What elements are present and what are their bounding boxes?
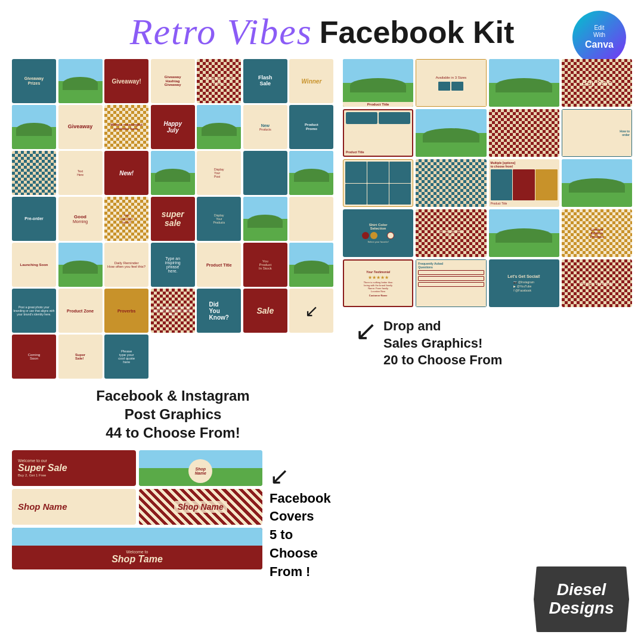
grid-cell-12 xyxy=(197,105,241,149)
grid-cell-47 xyxy=(197,335,241,379)
sales-cell-1: Product Title xyxy=(343,59,413,107)
grid-cell-30 xyxy=(58,243,103,287)
grid-cell-16: TextHere xyxy=(58,151,103,195)
cover-super-sale: Welcome to our Super Sale Buy 2, Get 1 F… xyxy=(12,450,136,486)
sales-cell-7 xyxy=(489,109,559,157)
grid-cell-37: Product Zone xyxy=(58,289,103,333)
grid-cell-38: Proverbs xyxy=(104,289,148,333)
sales-cell-16: LimitedEditionProduct xyxy=(562,209,632,257)
sales-cell-11: Multiple [options]to choose from! Produc… xyxy=(489,159,559,207)
covers-desc-line1: Facebook Covers xyxy=(270,490,334,527)
covers-arrow: ↙ xyxy=(270,462,334,490)
grid-cell-17: New! xyxy=(104,151,148,195)
grid-cell-46 xyxy=(151,335,195,379)
grid-cell-31: Daily ReminderHow often you feel this? xyxy=(104,243,148,287)
post-graphics-grid: GiveawayPrizes Giveaway! GiveawayHashtag… xyxy=(12,59,334,379)
canva-badge: Edit With Canva xyxy=(572,11,626,64)
grid-cell-3: Giveaway! xyxy=(104,59,148,103)
grid-cell-21 xyxy=(289,151,333,195)
grid-cell-40: DidYouKnow? xyxy=(197,289,241,333)
sales-cell-17: Your Testimonial ★★★★★ There is nothing … xyxy=(343,259,413,307)
canva-edit-text: Edit xyxy=(594,24,604,32)
cover-shop-name-2: Shop Name xyxy=(12,489,136,525)
grid-cell-48 xyxy=(243,335,287,379)
grid-cell-10: Write a meaningfulreminder here. xyxy=(104,105,148,149)
covers-area: Welcome to our Super Sale Buy 2, Get 1 F… xyxy=(12,450,334,581)
sales-cell-18: Frequently AskedQuestions xyxy=(416,259,486,307)
grid-cell-5: Write your post here... xyxy=(197,59,241,103)
sales-cell-20: Drops tonight! xyxy=(562,259,632,307)
grid-cell-6: FlashSale xyxy=(243,59,287,103)
grid-cell-43: ComingSoon xyxy=(12,335,56,379)
grid-cell-19: DisplayYourPost xyxy=(197,151,241,195)
main-content: GiveawayPrizes Giveaway! GiveawayHashtag… xyxy=(0,59,644,590)
grid-cell-20 xyxy=(243,151,287,195)
diesel-line1: Diesel xyxy=(557,581,606,599)
right-section: Product Title Available in 3 Sizes Buy S… xyxy=(343,59,632,590)
post-desc-line1: Facebook & Instagram xyxy=(12,386,334,405)
header: Retro Vibes Facebook Kit Edit With Canva xyxy=(0,0,644,59)
header-title: Retro Vibes Facebook Kit xyxy=(130,11,515,53)
grid-cell-45: Pleasetype yourcool quotehere xyxy=(104,335,148,379)
grid-cell-15 xyxy=(12,151,56,195)
grid-cell-2 xyxy=(58,59,103,103)
grid-cell-36: Post a great photo your branding or use … xyxy=(12,289,56,333)
grid-cell-23: GoodMorning xyxy=(58,197,103,241)
facebook-kit-text: Facebook Kit xyxy=(320,14,515,50)
grid-cell-13: NewProducts xyxy=(243,105,287,149)
sales-cell-4: Buy Sale xyxy=(562,59,632,107)
sales-cell-10 xyxy=(416,159,486,207)
post-desc-line2: Post Graphics xyxy=(12,405,334,423)
grid-cell-14: ProductPromo xyxy=(289,105,333,149)
grid-cell-18 xyxy=(151,151,195,195)
sales-graphics-grid: Product Title Available in 3 Sizes Buy S… xyxy=(343,59,632,307)
post-graphics-description: Facebook & Instagram Post Graphics 44 to… xyxy=(12,382,334,447)
grid-cell-11: HappyJuly xyxy=(151,105,195,149)
sales-desc-line2: Sales Graphics! xyxy=(383,335,502,352)
covers-desc: Facebook Covers 5 to Choose From ! xyxy=(270,490,334,581)
retro-vibes-text: Retro Vibes xyxy=(130,11,312,53)
grid-cell-26: DisplayYourProducts xyxy=(197,197,241,241)
grid-cell-33: Product Title xyxy=(197,243,241,287)
sales-cell-14: Grand OpeningSale xyxy=(416,209,486,257)
sales-cell-19: Let's Get Social! 📷 @Instagram ▶ @YouTub… xyxy=(489,259,559,307)
sales-cell-5: Product Title xyxy=(343,109,413,157)
grid-cell-44: SuperSale! xyxy=(58,335,103,379)
grid-cell-35 xyxy=(289,243,333,287)
grid-cell-29: Launching Soon xyxy=(12,243,56,287)
grid-cell-9: Giveaway xyxy=(58,105,103,149)
grid-cell-49 xyxy=(289,335,333,379)
sales-desc-line1: Drop and xyxy=(383,318,502,335)
sales-cell-9 xyxy=(343,159,413,207)
sales-desc-line3: 20 to Choose From xyxy=(383,352,502,369)
sales-cell-6 xyxy=(416,109,486,157)
grid-cell-22: Pre-order xyxy=(12,197,56,241)
canva-with-text: With xyxy=(593,32,605,39)
diesel-line2: Designs xyxy=(549,599,614,618)
sales-desc-area: ↙ Drop and Sales Graphics! 20 to Choose … xyxy=(343,315,632,372)
covers-desc-line2: 5 to Choose From ! xyxy=(270,526,334,581)
grid-cell-28 xyxy=(289,197,333,241)
post-desc-line3: 44 to Choose From! xyxy=(12,423,334,442)
grid-cell-34: YouProductIn Stock xyxy=(243,243,287,287)
covers-col: Welcome to our Super Sale Buy 2, Get 1 F… xyxy=(12,450,262,569)
canva-brand-text: Canva xyxy=(585,39,614,50)
grid-cell-1: GiveawayPrizes xyxy=(12,59,56,103)
grid-cell-27 xyxy=(243,197,287,241)
sales-cell-15 xyxy=(489,209,559,257)
grid-cell-32: Type aninspiringphrasehere. xyxy=(151,243,195,287)
cover-shop-name-3: Shop Name xyxy=(139,489,263,525)
grid-cell-7: Winner xyxy=(289,59,333,103)
grid-cell-25: supersale xyxy=(151,197,195,241)
grid-cell-41: Sale xyxy=(243,289,287,333)
shop-tame-text: Shop Tame xyxy=(112,554,163,565)
grid-cell-24: Askquestionhere? xyxy=(104,197,148,241)
grid-cell-8 xyxy=(12,105,56,149)
sales-cell-12 xyxy=(562,159,632,207)
sales-description: Drop and Sales Graphics! 20 to Choose Fr… xyxy=(383,315,502,372)
covers-description-col: ↙ Facebook Covers 5 to Choose From ! xyxy=(270,450,334,581)
grid-cell-42: ↙ xyxy=(289,289,333,333)
diesel-designs-badge: Diesel Designs xyxy=(534,566,629,632)
sales-cell-2: Available in 3 Sizes xyxy=(416,59,486,107)
cover-shop-tame: Welcome to Shop Tame xyxy=(12,528,262,569)
